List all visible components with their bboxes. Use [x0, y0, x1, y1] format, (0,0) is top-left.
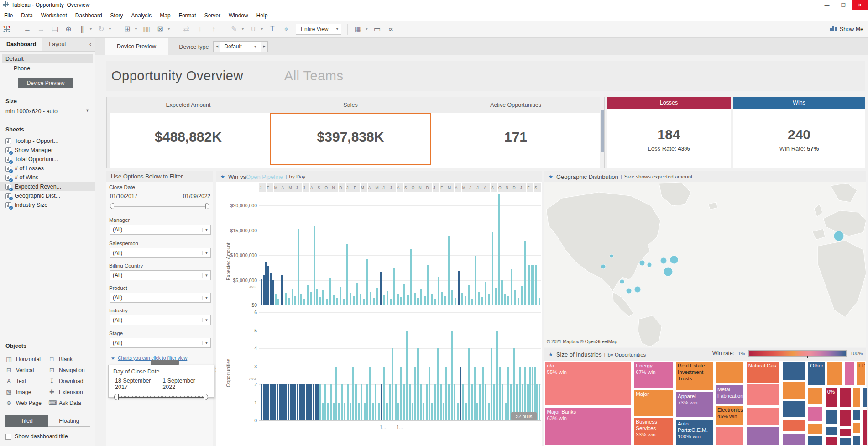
tab-dashboard[interactable]: Dashboard: [0, 38, 42, 51]
pipeline-bar[interactable]: [343, 299, 345, 305]
opportunities-bar[interactable]: [317, 384, 319, 420]
treemap-tile[interactable]: [808, 436, 823, 446]
menu-analysis[interactable]: Analysis: [127, 11, 156, 20]
object-download[interactable]: ↧Download: [48, 378, 91, 384]
pipeline-bar[interactable]: [303, 299, 305, 305]
menu-data[interactable]: Data: [17, 11, 37, 20]
opportunities-bar[interactable]: [395, 384, 397, 420]
opportunities-bar[interactable]: [299, 384, 301, 420]
opportunities-bar[interactable]: [426, 384, 428, 420]
tiled-button[interactable]: Tiled: [5, 415, 48, 427]
opportunities-bar[interactable]: [493, 384, 495, 420]
pipeline-bar[interactable]: [393, 268, 395, 305]
opportunities-bar[interactable]: [434, 384, 436, 420]
treemap-tile[interactable]: [746, 384, 780, 406]
object-ask-data[interactable]: ⌨Ask Data: [48, 399, 91, 406]
treemap-tile[interactable]: [808, 423, 823, 435]
share-icon[interactable]: ∝: [385, 23, 397, 35]
map-bubble[interactable]: [647, 262, 652, 267]
pipeline-bar[interactable]: [383, 295, 385, 305]
opportunities-bar[interactable]: [397, 403, 399, 421]
pipeline-bar[interactable]: [363, 299, 365, 305]
minimize-button[interactable]: —: [819, 0, 835, 10]
pipeline-bar[interactable]: [539, 298, 540, 305]
treemap-tile[interactable]: [853, 387, 861, 408]
opportunities-bar[interactable]: [355, 384, 357, 420]
opportunities-bar[interactable]: [465, 403, 467, 421]
opportunities-bar[interactable]: [265, 384, 267, 420]
opportunities-bar[interactable]: [324, 384, 326, 420]
sheet-item[interactable]: ✓# of Wins: [0, 173, 95, 182]
treemap-tile-electronics[interactable]: Electronics45% win: [715, 405, 744, 425]
opportunities-bar[interactable]: [462, 384, 464, 420]
opportunities-bar[interactable]: [499, 367, 501, 421]
opportunities-bar[interactable]: [301, 384, 303, 420]
opportunities-bar[interactable]: [454, 384, 455, 420]
null-indicator-badge[interactable]: >2 nulls: [511, 412, 537, 420]
pipeline-bar[interactable]: [451, 290, 453, 305]
opportunities-bar[interactable]: [350, 403, 351, 421]
pipeline-bar[interactable]: [424, 296, 426, 305]
opportunities-bar[interactable]: [440, 384, 442, 420]
pipeline-bar[interactable]: [261, 279, 262, 305]
kpi-scrollbar[interactable]: [600, 97, 604, 168]
device-type-dropdown[interactable]: Default▼: [220, 41, 261, 52]
opportunities-bar[interactable]: [361, 384, 362, 420]
treemap-tile-auto-parts-o-e-m-[interactable]: Auto Parts:O.E.M.100% win: [675, 419, 713, 446]
duplicate-icon[interactable]: ▥: [141, 23, 152, 35]
map-bubble[interactable]: [664, 267, 673, 276]
pipeline-bar[interactable]: [417, 298, 419, 305]
opportunities-bar[interactable]: [507, 367, 509, 421]
map-bubble[interactable]: [670, 256, 678, 264]
device-item-default[interactable]: Default: [2, 54, 93, 63]
opportunities-bar[interactable]: [272, 384, 274, 420]
pipeline-bar[interactable]: [294, 296, 296, 305]
opportunities-bar[interactable]: [429, 367, 430, 421]
treemap-tile[interactable]: [808, 387, 823, 405]
opportunities-bar[interactable]: [347, 384, 349, 420]
object-extension[interactable]: ✚Extension: [48, 388, 91, 395]
opportunities-bar[interactable]: [341, 384, 343, 420]
opportunities-bar[interactable]: [505, 403, 507, 421]
show-dashboard-title-checkbox[interactable]: [5, 434, 11, 440]
pipeline-bar[interactable]: [272, 280, 274, 305]
opportunities-bar[interactable]: [297, 384, 298, 420]
pipeline-bar[interactable]: [298, 229, 299, 305]
tableau-logo[interactable]: [1, 23, 13, 35]
close-date-slider[interactable]: [110, 203, 209, 210]
treemap-tile-metal-fabrications[interactable]: Metal Fabrications: [715, 385, 744, 404]
treemap-tile[interactable]: [853, 409, 861, 420]
filter-dropdown-stage[interactable]: (All)▼: [110, 338, 211, 348]
pipeline-bar[interactable]: [370, 292, 371, 305]
opportunities-bar[interactable]: [437, 348, 439, 420]
opportunities-bar[interactable]: [460, 367, 461, 421]
device-item-phone[interactable]: Phone: [2, 64, 93, 73]
map-bubble[interactable]: [834, 231, 844, 241]
pipeline-bar[interactable]: [495, 288, 497, 305]
treemap-tile[interactable]: [715, 427, 744, 446]
pipeline-bar[interactable]: [533, 265, 534, 305]
chevron-down-icon[interactable]: ▼: [241, 27, 246, 31]
wins-card[interactable]: Wins 240 Win Rate: 57%: [733, 97, 865, 168]
kpi-expected-amount[interactable]: Expected Amount $488,882K: [107, 97, 270, 168]
pipeline-bar[interactable]: [400, 297, 402, 305]
losses-card[interactable]: Losses 184 Loss Rate: 43%: [607, 97, 731, 168]
chevron-down-icon[interactable]: ▼: [365, 27, 369, 31]
treemap-tile-energy[interactable]: Energy67% win: [633, 361, 674, 388]
pipeline-bar[interactable]: [403, 284, 405, 305]
pipeline-bar[interactable]: [524, 241, 526, 305]
map-bubble[interactable]: [610, 254, 613, 258]
pipeline-bar[interactable]: [488, 294, 490, 305]
kpi-sales[interactable]: Sales $397,838K: [270, 97, 431, 168]
opportunities-bar[interactable]: [306, 384, 308, 420]
pipeline-bar[interactable]: [448, 236, 450, 305]
pipeline-bar[interactable]: [414, 293, 416, 305]
pipeline-bar[interactable]: [329, 278, 331, 305]
pipeline-bar[interactable]: [333, 295, 335, 305]
map-bubble[interactable]: [634, 286, 641, 293]
opportunities-bar[interactable]: [412, 403, 413, 421]
pipeline-bar[interactable]: [521, 286, 523, 305]
treemap-tile-real-estate-investment-trusts[interactable]: Real Estate Investment Trusts: [675, 361, 713, 391]
treemap-tile-edp[interactable]: EDP: [856, 361, 865, 385]
pipeline-bar[interactable]: [478, 292, 480, 305]
